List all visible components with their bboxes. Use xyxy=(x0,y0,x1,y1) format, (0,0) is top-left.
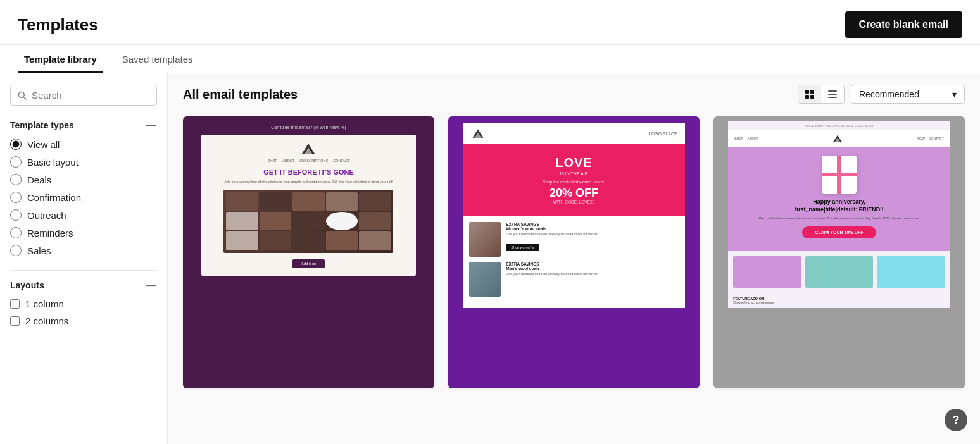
toolbar-right: Recommended ▾ xyxy=(798,85,965,104)
deal-text: EXTRA SAVINGSWomen's wool coats Use your… xyxy=(506,222,679,251)
main-heading: GET IT BEFORE IT'S GONE xyxy=(263,168,354,176)
template-card[interactable]: LOGO PLACE LOVE IS IN THE AIR Shop the d… xyxy=(448,116,700,388)
page-header: Templates Create blank email xyxy=(0,0,980,45)
filter-outreach[interactable]: Outreach xyxy=(10,209,157,221)
layouts-list: 1 column 2 columns xyxy=(10,299,157,326)
search-input[interactable] xyxy=(32,90,150,101)
deal-row: EXTRA SAVINGSMen's wool coats Use your d… xyxy=(469,262,679,297)
layouts-title: Layouts xyxy=(10,280,44,290)
logo-icon xyxy=(831,134,844,143)
deal-image xyxy=(469,262,501,297)
sub-text: Add on a yummy box of chocolates to your… xyxy=(224,179,393,184)
tab-bar: Template library Saved templates xyxy=(0,45,980,73)
product-item xyxy=(733,256,801,288)
svg-rect-2 xyxy=(805,90,809,94)
template-preview: Can't see this email? {% web_view %} SHO… xyxy=(183,116,434,388)
filter-reminders[interactable]: Reminders xyxy=(10,227,157,238)
svg-rect-8 xyxy=(828,97,837,98)
template-card[interactable]: Can't see this email? {% web_view %} SHO… xyxy=(183,116,434,388)
tab-template-library[interactable]: Template library xyxy=(18,45,103,73)
template-preview: FREE SHIPPING ON ORDERS OVER $100 SHOPAB… xyxy=(713,116,965,388)
view-toggle xyxy=(798,85,845,104)
layout-2-columns[interactable]: 2 columns xyxy=(10,316,157,326)
logo-area xyxy=(298,142,318,155)
nav-links: SHOPABOUT xyxy=(734,137,758,140)
love-text: LOVE xyxy=(555,156,592,170)
nav-links: SHOPABOUTSUBSCRIPTIONSCONTACT xyxy=(268,159,350,163)
create-blank-email-button[interactable]: Create blank email xyxy=(845,11,962,38)
filter-sales[interactable]: Sales xyxy=(10,245,157,256)
svg-rect-4 xyxy=(805,95,809,99)
deal-image xyxy=(469,222,501,257)
anniversary-sub: We couldn't have come this far without y… xyxy=(759,216,920,221)
deals-section: EXTRA SAVINGSWomen's wool coats Use your… xyxy=(463,216,685,308)
feature-add-on: FEATURE ADD-ONBestselling scrub sponges xyxy=(728,293,950,308)
deal-text: EXTRA SAVINGSMen's wool coats Use your d… xyxy=(506,262,679,280)
product-item xyxy=(805,256,874,288)
hero-section: Happy anniversary,first_name|title|defau… xyxy=(728,147,950,251)
template-card[interactable]: FREE SHIPPING ON ORDERS OVER $100 SHOPAB… xyxy=(713,116,965,388)
hearts-bg: LOVE IS IN THE AIR Shop the deals that w… xyxy=(463,144,685,216)
cta-button: Add it on xyxy=(292,259,325,268)
filter-basic-layout[interactable]: Basic layout xyxy=(10,156,157,168)
tab-saved-templates[interactable]: Saved templates xyxy=(116,45,199,73)
layouts-section: Layouts — 1 column 2 columns xyxy=(10,280,157,326)
nav-bar: SHOPABOUT NEWCONTACT xyxy=(728,130,950,147)
template-types-section-header: Template types — xyxy=(10,120,157,131)
list-view-icon xyxy=(827,89,838,99)
filter-view-all[interactable]: View all xyxy=(10,139,157,150)
help-button[interactable]: ? xyxy=(945,409,967,431)
layouts-section-header: Layouts — xyxy=(10,280,157,291)
filter-confirmation[interactable]: Confirmation xyxy=(10,192,157,203)
content-area: All email templates xyxy=(168,73,980,444)
search-container[interactable] xyxy=(10,85,157,106)
filter-deals[interactable]: Deals xyxy=(10,174,157,185)
deal-row: EXTRA SAVINGSWomen's wool coats Use your… xyxy=(469,222,679,257)
layout-1-column[interactable]: 1 column xyxy=(10,299,157,309)
promo-code: WITH CODE: LOVE20 xyxy=(553,200,594,204)
chocolate-image xyxy=(223,190,393,253)
svg-line-1 xyxy=(23,97,26,99)
claim-button: CLAIM YOUR 10% OFF xyxy=(802,226,876,238)
love-sub: IS IN THE AIR xyxy=(560,171,588,176)
content-toolbar: All email templates xyxy=(183,85,965,104)
template-grid: Can't see this email? {% web_view %} SHO… xyxy=(183,116,965,388)
grid-view-icon xyxy=(805,89,815,99)
svg-rect-3 xyxy=(810,90,814,94)
deal-desc: Use your discount code on already reduce… xyxy=(506,272,679,277)
template-preview: LOGO PLACE LOVE IS IN THE AIR Shop the d… xyxy=(448,116,700,388)
svg-rect-6 xyxy=(828,90,837,92)
logo-icon xyxy=(299,142,317,155)
logo-icon xyxy=(470,128,486,139)
nav-links-right: NEWCONTACT xyxy=(917,137,943,140)
email-inner: LOGO PLACE LOVE IS IN THE AIR Shop the d… xyxy=(463,123,685,308)
chevron-down-icon: ▾ xyxy=(952,89,957,99)
deal-button: Shop women's xyxy=(506,244,539,251)
template-types-collapse-button[interactable]: — xyxy=(144,120,157,131)
product-item xyxy=(877,256,945,288)
grid-view-button[interactable] xyxy=(798,85,821,103)
search-icon xyxy=(17,90,27,101)
email-top-bar: Can't see this email? {% web_view %} xyxy=(271,125,346,130)
svg-rect-5 xyxy=(810,95,814,99)
deal-desc: Use your discount code on already reduce… xyxy=(506,232,679,237)
products-row xyxy=(728,251,950,293)
email-content: SHOPABOUTSUBSCRIPTIONSCONTACT GET IT BEF… xyxy=(201,135,416,276)
page-title: Templates xyxy=(18,15,98,35)
anniversary-text: Happy anniversary,first_name|title|defau… xyxy=(795,199,884,213)
list-view-button[interactable] xyxy=(821,85,844,103)
template-types-list: View all Basic layout Deals Confirmation… xyxy=(10,139,157,256)
deal-title: EXTRA SAVINGSWomen's wool coats xyxy=(506,222,679,231)
svg-rect-7 xyxy=(828,94,837,95)
layouts-collapse-button[interactable]: — xyxy=(144,280,157,291)
template-types-title: Template types xyxy=(10,120,74,130)
sort-dropdown[interactable]: Recommended ▾ xyxy=(851,85,965,104)
gift-box xyxy=(822,156,857,194)
logo-bar: LOGO PLACE xyxy=(463,123,685,144)
discount-text: 20% OFF xyxy=(550,187,598,200)
main-layout: Template types — View all Basic layout D… xyxy=(0,73,980,444)
sort-label: Recommended xyxy=(859,89,919,99)
content-title: All email templates xyxy=(183,87,298,102)
sidebar: Template types — View all Basic layout D… xyxy=(0,73,168,444)
svg-point-0 xyxy=(18,92,24,97)
